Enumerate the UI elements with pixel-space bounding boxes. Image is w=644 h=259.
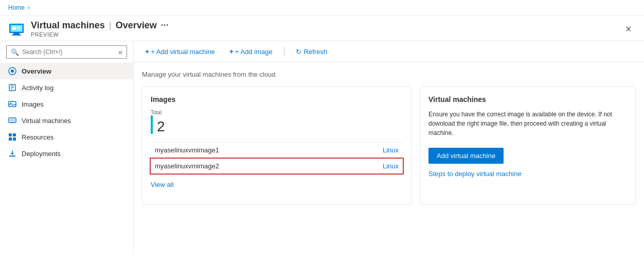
- vm-card-title: Virtual machines: [428, 95, 627, 103]
- breadcrumb-separator: ›: [28, 4, 30, 11]
- main-layout: 🔍 « Overview Activity log I: [0, 41, 644, 254]
- svg-rect-22: [13, 137, 16, 141]
- main-content: + + Add virtual machine + + Add image ↻ …: [134, 41, 644, 254]
- breadcrumb: Home ›: [8, 4, 30, 11]
- nav-items: Overview Activity log Images Virtual mac…: [0, 63, 133, 254]
- service-name: Virtual machines: [31, 20, 105, 31]
- sidebar-item-deployments-label: Deployments: [22, 150, 61, 158]
- sidebar-item-images[interactable]: Images: [0, 96, 133, 112]
- total-bar-indicator: [151, 115, 153, 134]
- svg-rect-5: [12, 27, 16, 30]
- virtual-machines-icon: [8, 116, 16, 125]
- toolbar: + + Add virtual machine + + Add image ↻ …: [134, 41, 644, 62]
- refresh-button[interactable]: ↻ Refresh: [293, 46, 331, 58]
- svg-rect-3: [12, 34, 21, 36]
- cards-row: Images Total 2 myaselinuxvmimage1 Linux …: [142, 87, 636, 205]
- sidebar-item-deployments[interactable]: Deployments: [0, 145, 133, 162]
- sidebar-item-activity-log[interactable]: Activity log: [0, 79, 133, 96]
- svg-rect-20: [13, 133, 16, 136]
- svg-rect-7: [17, 28, 20, 29]
- sidebar-item-resources[interactable]: Resources: [0, 129, 133, 145]
- add-virtual-machine-button[interactable]: + + Add virtual machine: [142, 45, 218, 58]
- svg-rect-23: [9, 156, 15, 157]
- activity-log-icon: [8, 83, 16, 92]
- svg-rect-19: [9, 133, 12, 136]
- sidebar-item-overview[interactable]: Overview: [0, 63, 133, 79]
- section-name: Overview: [116, 20, 157, 31]
- svg-rect-6: [17, 27, 21, 28]
- more-options-icon[interactable]: ···: [161, 20, 169, 31]
- sidebar-item-activity-log-label: Activity log: [22, 84, 53, 92]
- images-card: Images Total 2 myaselinuxvmimage1 Linux …: [142, 87, 412, 205]
- overview-icon: [8, 67, 16, 75]
- sidebar-item-overview-label: Overview: [22, 67, 51, 75]
- content-area: Manage your virtual machines from the cl…: [134, 62, 644, 254]
- refresh-label: Refresh: [304, 48, 328, 56]
- header-title-block: Virtual machines | Overview ··· PREVIEW: [31, 20, 621, 38]
- refresh-icon: ↻: [296, 48, 301, 56]
- add-image-icon: +: [229, 47, 234, 56]
- top-bar: Home ›: [0, 0, 644, 16]
- add-image-label: + Add image: [235, 48, 273, 56]
- image-name-2: myaselinuxvmimage2: [155, 162, 219, 170]
- close-button[interactable]: ✕: [621, 22, 636, 36]
- sidebar-item-vms-label: Virtual machines: [22, 117, 71, 125]
- sidebar: 🔍 « Overview Activity log I: [0, 41, 134, 254]
- image-row-2[interactable]: myaselinuxvmimage2 Linux: [150, 158, 404, 175]
- vm-icon: [8, 21, 25, 37]
- search-icon: 🔍: [11, 48, 19, 56]
- images-card-title: Images: [151, 95, 403, 103]
- total-count-row: 2: [151, 115, 403, 134]
- add-image-button[interactable]: + + Add image: [226, 45, 276, 58]
- collapse-sidebar-button[interactable]: «: [118, 48, 122, 56]
- images-icon: [8, 100, 16, 108]
- search-input[interactable]: [22, 48, 115, 56]
- view-all-link[interactable]: View all: [151, 181, 174, 188]
- svg-point-9: [11, 70, 14, 73]
- vm-card: Virtual machines Ensure you have the cor…: [420, 87, 636, 205]
- vm-card-description: Ensure you have the correct image is ava…: [428, 110, 627, 137]
- home-link[interactable]: Home: [8, 4, 25, 11]
- add-vm-card-button[interactable]: Add virtual machine: [428, 148, 504, 164]
- preview-badge: PREVIEW: [31, 31, 621, 38]
- add-vm-label: + Add virtual machine: [151, 48, 215, 56]
- sidebar-item-virtual-machines[interactable]: Virtual machines: [0, 112, 133, 129]
- svg-rect-14: [9, 101, 16, 107]
- add-vm-icon: +: [145, 47, 149, 56]
- deployments-icon: [8, 149, 16, 158]
- image-name-1: myaselinuxvmimage1: [155, 146, 219, 154]
- image-os-2: Linux: [383, 162, 399, 170]
- image-os-1: Linux: [383, 146, 399, 154]
- header-title: Virtual machines | Overview ···: [31, 20, 621, 31]
- search-box: 🔍 «: [6, 45, 127, 59]
- page-description: Manage your virtual machines from the cl…: [142, 71, 636, 78]
- sidebar-item-images-label: Images: [22, 100, 44, 108]
- steps-to-deploy-link[interactable]: Steps to deploy virtual machine: [428, 170, 522, 178]
- resources-icon: [8, 133, 16, 141]
- image-row-1[interactable]: myaselinuxvmimage1 Linux: [151, 143, 403, 158]
- images-list: myaselinuxvmimage1 Linux myaselinuxvmima…: [151, 142, 403, 175]
- total-label: Total: [151, 110, 403, 115]
- toolbar-divider: [284, 46, 284, 57]
- svg-rect-17: [10, 119, 15, 122]
- sidebar-item-resources-label: Resources: [22, 133, 53, 141]
- svg-rect-2: [13, 33, 20, 34]
- total-count: 2: [157, 119, 165, 134]
- page-header: Virtual machines | Overview ··· PREVIEW …: [0, 16, 644, 41]
- svg-rect-21: [9, 137, 12, 141]
